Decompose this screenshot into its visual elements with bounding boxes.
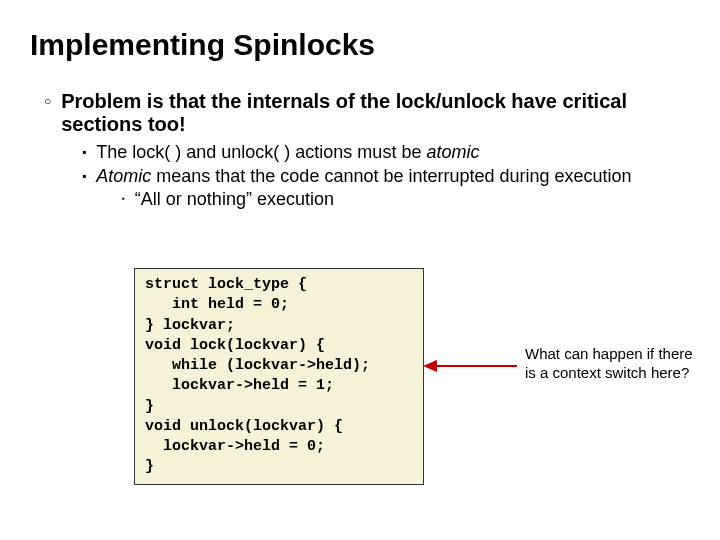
code-block: struct lock_type { int held = 0; } lockv… — [134, 268, 424, 485]
square-bullet-icon: ▪ — [82, 166, 86, 188]
bullet-level1-text: Problem is that the internals of the loc… — [61, 90, 690, 136]
bullet-level1: ○ Problem is that the internals of the l… — [44, 90, 690, 136]
bullet-level2: ▪ Atomic means that the code cannot be i… — [82, 166, 690, 188]
bullet-level2: ▪ The lock( ) and unlock( ) actions must… — [82, 142, 690, 164]
arrow-left-icon — [423, 359, 517, 373]
callout-text: What can happen if there is a context sw… — [525, 345, 700, 383]
slide: Implementing Spinlocks ○ Problem is that… — [0, 0, 720, 540]
hollow-circle-icon: ○ — [44, 90, 51, 136]
bullet-level2-text: Atomic means that the code cannot be int… — [96, 166, 631, 188]
slide-title: Implementing Spinlocks — [30, 28, 690, 62]
bullet-level3: ▪ “All or nothing” execution — [122, 189, 690, 211]
bullet-level2-text: The lock( ) and unlock( ) actions must b… — [96, 142, 479, 164]
square-bullet-icon: ▪ — [82, 142, 86, 164]
svg-marker-1 — [423, 360, 437, 372]
bullet-level3-text: “All or nothing” execution — [135, 189, 334, 211]
square-bullet-icon: ▪ — [122, 189, 125, 211]
